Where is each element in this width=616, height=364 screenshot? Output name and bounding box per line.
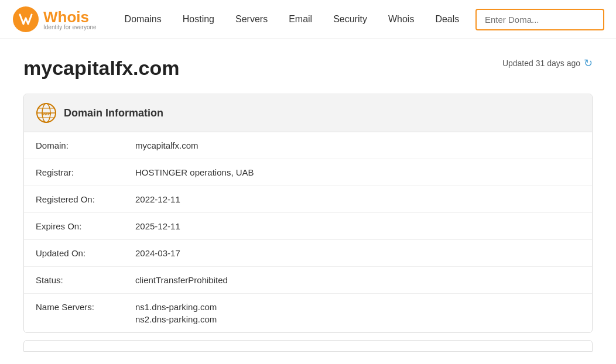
main-nav: Domains Hosting Servers Email Security W… xyxy=(114,0,475,39)
header: Whois Identity for everyone Domains Host… xyxy=(0,0,616,39)
label-registrar: Registrar: xyxy=(36,167,135,177)
label-status: Status: xyxy=(36,275,135,285)
value-updated-on: 2024-03-17 xyxy=(135,248,180,258)
domain-info-card: www Domain Information Domain: mycapital… xyxy=(23,94,593,333)
card-header-title: Domain Information xyxy=(64,107,163,119)
info-row-registrar: Registrar: HOSTINGER operations, UAB xyxy=(24,159,592,186)
card-header: www Domain Information xyxy=(24,94,592,132)
label-registered-on: Registered On: xyxy=(36,194,135,204)
label-expires-on: Expires On: xyxy=(36,221,135,231)
nav-item-domains[interactable]: Domains xyxy=(114,0,172,39)
value-registrar: HOSTINGER operations, UAB xyxy=(135,167,254,177)
logo[interactable]: Whois Identity for everyone xyxy=(12,5,97,33)
logo-wordmark: Whois xyxy=(43,8,89,26)
partial-card xyxy=(23,340,593,352)
svg-text:www: www xyxy=(41,112,52,116)
label-domain: Domain: xyxy=(36,140,135,150)
nav-item-email[interactable]: Email xyxy=(278,0,323,39)
value-status: clientTransferProhibited xyxy=(135,275,228,285)
info-row-domain: Domain: mycapitalfx.com xyxy=(24,132,592,159)
info-row-expires-on: Expires On: 2025-12-11 xyxy=(24,213,592,240)
page-title: mycapitalfx.com xyxy=(23,57,179,80)
search-input[interactable] xyxy=(475,9,604,30)
nav-item-servers[interactable]: Servers xyxy=(225,0,278,39)
nav-item-hosting[interactable]: Hosting xyxy=(172,0,225,39)
label-updated-on: Updated On: xyxy=(36,248,135,258)
nameserver-2: ns2.dns-parking.com xyxy=(135,314,217,324)
info-row-status: Status: clientTransferProhibited xyxy=(24,267,592,294)
nav-item-whois[interactable]: Whois xyxy=(378,0,425,39)
updated-text: Updated 31 days ago xyxy=(502,59,580,68)
card-body: Domain: mycapitalfx.com Registrar: HOSTI… xyxy=(24,132,592,332)
value-domain: mycapitalfx.com xyxy=(135,140,199,150)
info-row-updated-on: Updated On: 2024-03-17 xyxy=(24,240,592,267)
label-name-servers: Name Servers: xyxy=(36,302,135,312)
value-registered-on: 2022-12-11 xyxy=(135,194,180,204)
nameserver-1: ns1.dns-parking.com xyxy=(135,302,217,312)
search-wrapper xyxy=(475,9,604,30)
www-icon: www xyxy=(36,102,57,123)
info-row-registered-on: Registered On: 2022-12-11 xyxy=(24,186,592,213)
updated-row: Updated 31 days ago ↻ xyxy=(502,57,593,70)
refresh-icon[interactable]: ↻ xyxy=(584,57,593,70)
value-expires-on: 2025-12-11 xyxy=(135,221,180,231)
info-row-name-servers: Name Servers: ns1.dns-parking.com ns2.dn… xyxy=(24,294,592,332)
nav-item-security[interactable]: Security xyxy=(323,0,378,39)
logo-tagline: Identity for everyone xyxy=(43,24,97,30)
main-content: mycapitalfx.com Updated 31 days ago ↻ ww… xyxy=(0,39,616,364)
nav-item-deals[interactable]: Deals xyxy=(425,0,470,39)
value-name-servers: ns1.dns-parking.com ns2.dns-parking.com xyxy=(135,302,217,324)
